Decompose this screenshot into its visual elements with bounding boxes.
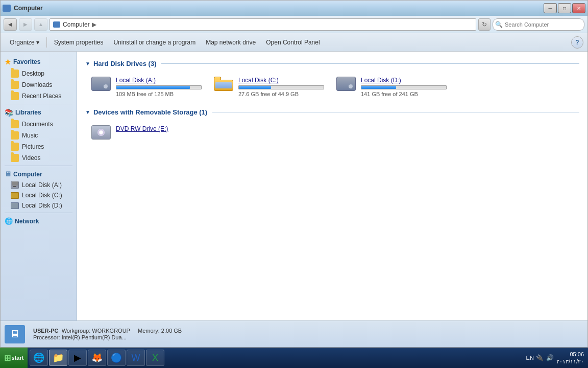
hdd-section-line	[161, 63, 579, 64]
search-box[interactable]: 🔍	[493, 18, 584, 31]
drive-c-free: 27.6 GB free of 44.9 GB	[238, 91, 324, 97]
removable-collapse-arrow[interactable]: ▼	[85, 109, 90, 115]
search-input[interactable]	[505, 21, 566, 28]
language-indicator: EN	[526, 355, 534, 361]
drive-item-e[interactable]: DVD RW Drive (E:)	[85, 122, 208, 147]
sidebar-recent-label: Recent Places	[22, 93, 61, 100]
computer-header[interactable]: 🖥 Computer	[1, 168, 77, 180]
favorites-label: Favorites	[13, 58, 40, 65]
map-network-drive-button[interactable]: Map network drive	[201, 35, 261, 50]
volume-tray-icon[interactable]: 🔊	[546, 354, 554, 362]
map-network-drive-label: Map network drive	[206, 39, 256, 46]
drive-c-name[interactable]: Local Disk (C:)	[238, 77, 324, 84]
status-info: USER-PC Workgroup: WORKGROUP Memory: 2.0…	[33, 327, 583, 341]
sidebar-item-local-disk-c[interactable]: Local Disk (C:)	[1, 190, 77, 200]
forward-button[interactable]: ▶	[19, 18, 32, 31]
removable-section-label: Devices with Removable Storage (1)	[93, 108, 207, 116]
addressbar: ◀ ▶ ▲ Computer ▶ ↻ 🔍	[1, 16, 587, 33]
drive-item-d[interactable]: Local Disk (D:) 141 GB free of 241 GB	[330, 74, 453, 100]
toolbar: Organize ▾ System properties Uninstall o…	[1, 33, 587, 52]
drive-d-name[interactable]: Local Disk (D:)	[361, 77, 447, 84]
taskbar-chrome-button[interactable]: 🔵	[107, 350, 126, 366]
taskbar-ie-icon: 🌐	[33, 352, 44, 363]
sidebar-item-local-disk-d[interactable]: Local Disk (D:)	[1, 200, 77, 211]
toolbar-separator-1	[46, 37, 47, 48]
network-header[interactable]: 🌐 Network	[1, 215, 77, 227]
hdd-collapse-arrow[interactable]: ▼	[85, 61, 90, 66]
status-line-2: Processor: Intel(R) Pentium(R) Dua...	[33, 334, 583, 340]
search-icon: 🔍	[495, 21, 503, 28]
organize-label: Organize	[10, 39, 35, 46]
drive-e-icon-container	[91, 125, 112, 144]
uninstall-program-button[interactable]: Uninstall or change a program	[108, 35, 201, 50]
sidebar-item-local-disk-a[interactable]: Local Disk (A:)	[1, 180, 77, 190]
help-button[interactable]: ?	[571, 36, 583, 49]
sidebar-item-desktop[interactable]: Desktop	[1, 68, 77, 79]
titlebar-controls: ─ □ ✕	[544, 3, 585, 13]
sidebar-item-music[interactable]: Music	[1, 130, 77, 141]
music-icon	[11, 131, 19, 140]
back-button[interactable]: ◀	[4, 18, 17, 31]
uninstall-program-label: Uninstall or change a program	[113, 39, 195, 46]
titlebar-left: Computer	[3, 5, 43, 12]
taskbar-word-button[interactable]: W	[127, 350, 145, 366]
refresh-icon: ↻	[482, 21, 487, 28]
drive-a-bar-container	[116, 85, 202, 89]
drive-d-bar	[361, 86, 396, 89]
organize-button[interactable]: Organize ▾	[5, 35, 44, 50]
maximize-button[interactable]: □	[558, 3, 571, 13]
taskbar-apps: 🌐 📁 ▶ 🦊 🔵 W X	[28, 350, 522, 366]
taskbar-media-button[interactable]: ▶	[68, 350, 87, 366]
taskbar-firefox-icon: 🦊	[91, 352, 103, 363]
recent-places-icon	[11, 92, 19, 100]
sidebar-item-documents[interactable]: Documents	[1, 119, 77, 130]
sidebar-videos-label: Videos	[22, 154, 40, 162]
address-box[interactable]: Computer ▶	[50, 18, 476, 31]
taskbar-excel-button[interactable]: X	[146, 350, 164, 366]
libraries-header[interactable]: 📚 Libraries	[1, 106, 77, 119]
status-computer-glyph: 🖥	[10, 328, 20, 340]
up-button[interactable]: ▲	[34, 18, 47, 31]
refresh-button[interactable]: ↻	[478, 18, 491, 31]
drive-a-name[interactable]: Local Disk (A:)	[116, 77, 202, 84]
drive-d-info: Local Disk (D:) 141 GB free of 241 GB	[361, 77, 447, 97]
favorites-header[interactable]: ★ Favorites	[1, 56, 77, 68]
taskbar-explorer-button[interactable]: 📁	[49, 350, 67, 366]
status-memory: Memory: 2.00 GB	[138, 328, 182, 334]
drive-a-bar	[116, 86, 190, 89]
open-control-panel-button[interactable]: Open Control Panel	[261, 35, 325, 50]
close-button[interactable]: ✕	[572, 3, 585, 13]
drive-a-icon-container	[91, 77, 112, 95]
drive-a-body	[91, 77, 111, 91]
sidebar-item-videos[interactable]: Videos	[1, 152, 77, 164]
drive-e-name[interactable]: DVD RW Drive (E:)	[116, 125, 202, 132]
network-section: 🌐 Network	[1, 215, 77, 227]
help-icon: ?	[575, 39, 579, 46]
local-disk-a-icon	[11, 181, 19, 189]
sidebar-divider-3	[5, 213, 72, 213]
start-button[interactable]: ⊞ start	[0, 348, 28, 368]
start-label: start	[12, 355, 24, 361]
status-computer-name: USER-PC	[33, 328, 59, 334]
system-properties-label: System properties	[54, 39, 104, 46]
taskbar-tray: EN 🔌 🔊 05:06 ٢٠١٣/١١/٢٠	[522, 351, 588, 365]
sidebar-item-pictures[interactable]: Pictures	[1, 141, 77, 152]
minimize-button[interactable]: ─	[544, 3, 557, 13]
removable-section-line	[212, 112, 579, 112]
sidebar-item-recent-places[interactable]: Recent Places	[1, 90, 77, 102]
breadcrumb: Computer ▶	[53, 21, 97, 28]
taskbar-ie-button[interactable]: 🌐	[30, 350, 48, 366]
taskbar-explorer-icon: 📁	[53, 352, 64, 363]
favorites-star-icon: ★	[5, 58, 11, 66]
sidebar-item-downloads[interactable]: Downloads	[1, 79, 77, 90]
drive-item-c[interactable]: Local Disk (C:) 27.6 GB free of 44.9 GB	[208, 74, 330, 100]
open-control-panel-label: Open Control Panel	[266, 39, 320, 46]
network-label: Network	[15, 218, 39, 225]
network-tray-icon[interactable]: 🔌	[536, 354, 544, 362]
forward-icon: ▶	[23, 21, 28, 27]
drive-item-a[interactable]: Local Disk (A:) 109 MB free of 125 MB	[85, 74, 208, 100]
drive-c-bar-container	[238, 85, 324, 89]
up-icon: ▲	[38, 21, 43, 27]
system-properties-button[interactable]: System properties	[49, 35, 109, 50]
taskbar-firefox-button[interactable]: 🦊	[88, 350, 106, 366]
